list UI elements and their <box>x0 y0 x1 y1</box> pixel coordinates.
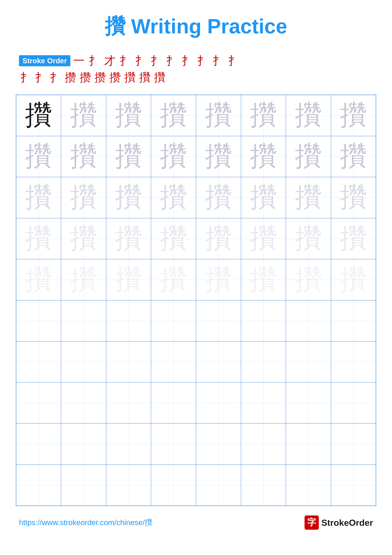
strokeorder-logo-text: StrokeOrder <box>321 518 373 528</box>
grid-cell-r2c8[interactable]: 攢 <box>331 136 376 177</box>
grid-cell-r10c7[interactable] <box>286 465 331 506</box>
grid-cell-r4c1[interactable]: 攢 <box>16 218 61 259</box>
grid-cell-r6c4[interactable] <box>151 300 196 341</box>
grid-cell-r6c7[interactable] <box>286 300 331 341</box>
stroke-order-badge: Stroke Order <box>19 55 70 66</box>
grid-cell-r10c4[interactable] <box>151 465 196 506</box>
grid-cell-r10c5[interactable] <box>196 465 241 506</box>
grid-cell-r7c7[interactable] <box>286 341 331 383</box>
grid-cell-r5c7[interactable]: 攢 <box>286 259 331 300</box>
grid-cell-r10c1[interactable] <box>16 465 61 506</box>
grid-cell-r4c7[interactable]: 攢 <box>286 218 331 259</box>
grid-cell-r6c5[interactable] <box>196 300 241 341</box>
stroke-20: 攢 <box>139 70 150 85</box>
stroke-15: 攒 <box>65 70 76 85</box>
footer-url[interactable]: https://www.strokeorder.com/chinese/攢 <box>19 518 152 528</box>
grid-cell-r9c2[interactable] <box>61 424 106 465</box>
grid-cell-r8c1[interactable] <box>16 382 61 424</box>
footer: https://www.strokeorder.com/chinese/攢 字 … <box>16 515 376 530</box>
grid-cell-r5c6[interactable]: 攢 <box>241 259 286 300</box>
stroke-16: 攒 <box>80 70 91 85</box>
stroke-12: 扌 <box>20 70 32 85</box>
grid-cell-r4c6[interactable]: 攢 <box>241 218 286 259</box>
grid-cell-r10c6[interactable] <box>241 465 286 506</box>
grid-cell-r2c7[interactable]: 攢 <box>286 136 331 177</box>
grid-cell-r8c8[interactable] <box>331 382 376 424</box>
grid-cell-r3c7[interactable]: 攢 <box>286 177 331 218</box>
grid-cell-r9c4[interactable] <box>151 424 196 465</box>
grid-cell-r3c3[interactable]: 攢 <box>106 177 151 218</box>
grid-cell-r1c2[interactable]: 攢 <box>61 95 106 136</box>
grid-cell-r8c3[interactable] <box>106 382 151 424</box>
grid-cell-r5c2[interactable]: 攢 <box>61 259 106 300</box>
grid-cell-r1c1[interactable]: 攢 <box>16 95 61 136</box>
page-title: 攢 Writing Practice <box>16 13 376 41</box>
grid-cell-r1c3[interactable]: 攢 <box>106 95 151 136</box>
grid-cell-r6c3[interactable] <box>106 300 151 341</box>
grid-cell-r7c2[interactable] <box>61 341 106 383</box>
grid-cell-r10c2[interactable] <box>61 465 106 506</box>
grid-cell-r3c5[interactable]: 攢 <box>196 177 241 218</box>
grid-cell-r1c5[interactable]: 攢 <box>196 95 241 136</box>
stroke-5: 扌 <box>135 53 147 68</box>
grid-cell-r5c3[interactable]: 攢 <box>106 259 151 300</box>
grid-cell-r6c6[interactable] <box>241 300 286 341</box>
grid-cell-r5c1[interactable]: 攢 <box>16 259 61 300</box>
grid-cell-r3c2[interactable]: 攢 <box>61 177 106 218</box>
grid-cell-r5c8[interactable]: 攢 <box>331 259 376 300</box>
grid-cell-r2c4[interactable]: 攢 <box>151 136 196 177</box>
grid-cell-r5c5[interactable]: 攢 <box>196 259 241 300</box>
footer-logo: 字 StrokeOrder <box>305 515 373 530</box>
grid-cell-r1c7[interactable]: 攢 <box>286 95 331 136</box>
grid-cell-r1c8[interactable]: 攢 <box>331 95 376 136</box>
grid-cell-r4c4[interactable]: 攢 <box>151 218 196 259</box>
grid-cell-r9c7[interactable] <box>286 424 331 465</box>
grid-cell-r9c8[interactable] <box>331 424 376 465</box>
grid-cell-r7c6[interactable] <box>241 341 286 383</box>
grid-cell-r10c3[interactable] <box>106 465 151 506</box>
grid-cell-r2c2[interactable]: 攢 <box>61 136 106 177</box>
grid-cell-r4c5[interactable]: 攢 <box>196 218 241 259</box>
grid-cell-r7c3[interactable] <box>106 341 151 383</box>
grid-cell-r5c4[interactable]: 攢 <box>151 259 196 300</box>
grid-cell-r7c1[interactable] <box>16 341 61 383</box>
grid-cell-r2c6[interactable]: 攢 <box>241 136 286 177</box>
grid-cell-r7c4[interactable] <box>151 341 196 383</box>
grid-cell-r9c6[interactable] <box>241 424 286 465</box>
grid-cell-r3c4[interactable]: 攢 <box>151 177 196 218</box>
stroke-1: 一 <box>73 53 85 68</box>
grid-cell-r9c5[interactable] <box>196 424 241 465</box>
grid-cell-r2c1[interactable]: 攢 <box>16 136 61 177</box>
grid-cell-r8c7[interactable] <box>286 382 331 424</box>
grid-cell-r4c2[interactable]: 攢 <box>61 218 106 259</box>
grid-cell-r2c5[interactable]: 攢 <box>196 136 241 177</box>
grid-cell-r3c8[interactable]: 攢 <box>331 177 376 218</box>
stroke-18: 攒 <box>109 70 121 85</box>
grid-cell-r8c6[interactable] <box>241 382 286 424</box>
grid-cell-r4c8[interactable]: 攢 <box>331 218 376 259</box>
grid-cell-r1c6[interactable]: 攢 <box>241 95 286 136</box>
grid-cell-r7c8[interactable] <box>331 341 376 383</box>
grid-cell-r8c2[interactable] <box>61 382 106 424</box>
stroke-13: 扌 <box>35 70 46 85</box>
grid-cell-r4c3[interactable]: 攢 <box>106 218 151 259</box>
grid-cell-r6c8[interactable] <box>331 300 376 341</box>
stroke-order-line2: 扌 扌 扌 攒 攒 攒 攒 攢 攢 攢 <box>19 70 373 85</box>
grid-cell-r3c1[interactable]: 攢 <box>16 177 61 218</box>
grid-cell-r8c4[interactable] <box>151 382 196 424</box>
grid-cell-r3c6[interactable]: 攢 <box>241 177 286 218</box>
stroke-21: 攢 <box>154 70 165 85</box>
grid-cell-r6c1[interactable] <box>16 300 61 341</box>
stroke-order-section: Stroke Order 一 扌 才 扌 扌 扌 扌 扌 扌 扌 扌 扌 扌 扌… <box>16 53 376 85</box>
stroke-4: 扌 <box>120 53 131 68</box>
grid-cell-r7c5[interactable] <box>196 341 241 383</box>
grid-cell-r10c8[interactable] <box>331 465 376 506</box>
stroke-2: 扌 <box>89 53 100 68</box>
stroke-14: 扌 <box>50 70 61 85</box>
grid-cell-r9c1[interactable] <box>16 424 61 465</box>
grid-cell-r6c2[interactable] <box>61 300 106 341</box>
grid-cell-r2c3[interactable]: 攢 <box>106 136 151 177</box>
grid-cell-r1c4[interactable]: 攢 <box>151 95 196 136</box>
grid-cell-r9c3[interactable] <box>106 424 151 465</box>
grid-cell-r8c5[interactable] <box>196 382 241 424</box>
